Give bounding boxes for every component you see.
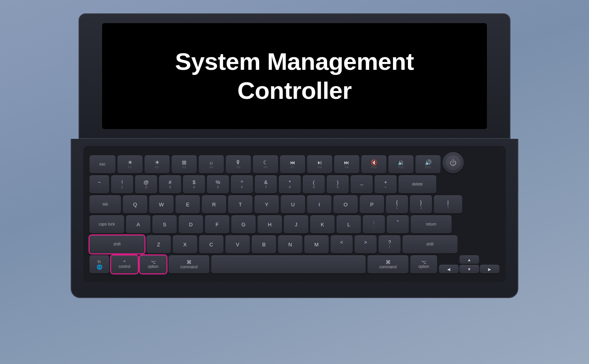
f-key[interactable]: F [205,215,229,233]
0-key[interactable]: ) 0 [327,175,349,193]
left-shift-key[interactable]: shift [90,235,145,253]
arrow-key-group: ▲ ◀ ▼ ▶ [439,255,499,273]
8-key[interactable]: * 8 [279,175,301,193]
f6-key[interactable]: ☾ F6 [253,155,278,173]
f2-key[interactable]: ☀ F2 [145,155,170,173]
laptop-body: esc ☀ F1 ☀ F2 ⊞ F3 ⌕ F4 [71,139,518,298]
1-key[interactable]: ! 1 [111,175,133,193]
period-key[interactable]: > . [355,235,377,253]
trackpad-area [83,282,506,286]
k-key[interactable]: K [310,215,335,233]
quote-key[interactable]: " ' [387,215,409,233]
scene: System Management Controller esc ☀ F1 ☀ … [59,13,530,351]
w-key[interactable]: W [149,195,174,213]
5-key[interactable]: % 5 [207,175,229,193]
6-key[interactable]: ^ 6 [231,175,253,193]
l-key[interactable]: L [337,215,361,233]
f9-key[interactable]: ⏭ F9 [334,155,359,173]
screen-title: System Management Controller [175,47,414,106]
right-shift-key[interactable]: shift [402,235,457,253]
esc-key[interactable]: esc [90,155,115,173]
4-key[interactable]: $ 4 [183,175,205,193]
delete-key[interactable]: delete [399,175,436,193]
y-key[interactable]: Y [254,195,279,213]
9-key[interactable]: ( 9 [303,175,325,193]
right-command-key[interactable]: ⌘ command [368,255,408,273]
backtick-key[interactable]: ~ ` [90,175,109,193]
r-key[interactable]: R [202,195,226,213]
f11-key[interactable]: 🔉 F11 [388,155,413,173]
title-line2: Controller [237,77,351,104]
b-key[interactable]: B [252,235,276,253]
shift-key-row: shift Z X C V B N M < , > . ? [90,235,499,253]
arrow-left-key[interactable]: ◀ [439,265,459,273]
s-key[interactable]: S [152,215,177,233]
left-command-key[interactable]: ⌘ command [168,255,209,273]
p-key[interactable]: P [360,195,384,213]
i-key[interactable]: I [307,195,331,213]
fn-modifier-key[interactable]: fn 🌐 [90,255,109,273]
laptop-lid: System Management Controller [79,13,510,139]
f3-key[interactable]: ⊞ F3 [172,155,197,173]
f1-key[interactable]: ☀ F1 [117,155,143,173]
semicolon-key[interactable]: : ; [363,215,385,233]
v-key[interactable]: V [225,235,250,253]
g-key[interactable]: G [231,215,256,233]
laptop-screen: System Management Controller [102,23,487,129]
fn-key-row: esc ☀ F1 ☀ F2 ⊞ F3 ⌕ F4 [90,152,499,173]
7-key[interactable]: & 7 [255,175,277,193]
d-key[interactable]: D [179,215,203,233]
arrow-down-key[interactable]: ▼ [459,265,479,273]
caps-key-row: caps lock A S D F G H J K L : ; " ' [90,215,499,233]
n-key[interactable]: N [278,235,302,253]
m-key[interactable]: M [304,235,329,253]
q-key[interactable]: Q [123,195,147,213]
2-key[interactable]: @ 2 [135,175,157,193]
f10-key[interactable]: 🔇 F10 [361,155,386,173]
bottom-key-row: fn 🌐 ^ control ⌥ option ⌘ command ⌘ [90,255,499,273]
c-key[interactable]: C [199,235,223,253]
3-key[interactable]: # 3 [159,175,181,193]
e-key[interactable]: E [176,195,200,213]
f12-key[interactable]: 🔊 F12 [415,155,441,173]
control-key[interactable]: ^ control [111,255,138,273]
h-key[interactable]: H [258,215,282,233]
power-button[interactable]: ⏻ [443,152,464,173]
left-option-key[interactable]: ⌥ option [140,255,166,273]
minus-key[interactable]: _ - [351,175,373,193]
bracket-open-key[interactable]: { [ [386,195,408,213]
f5-key[interactable]: 🎙 F5 [226,155,251,173]
u-key[interactable]: U [281,195,305,213]
number-key-row: ~ ` ! 1 @ 2 # 3 $ 4 [90,175,499,193]
space-key[interactable] [211,255,366,273]
equals-key[interactable]: + = [375,175,397,193]
j-key[interactable]: J [284,215,308,233]
a-key[interactable]: A [126,215,150,233]
keyboard: esc ☀ F1 ☀ F2 ⊞ F3 ⌕ F4 [83,146,506,282]
x-key[interactable]: X [173,235,197,253]
f7-key[interactable]: ⏮ F7 [280,155,305,173]
arrow-right-key[interactable]: ▶ [480,265,499,273]
f8-key[interactable]: ⏯ F8 [307,155,332,173]
backslash-key[interactable]: | \ [434,195,462,213]
o-key[interactable]: O [333,195,358,213]
tab-key[interactable]: tab [90,195,121,213]
right-option-key[interactable]: ⌥ option [410,255,437,273]
bracket-close-key[interactable]: } ] [410,195,432,213]
t-key[interactable]: T [228,195,252,213]
f4-key[interactable]: ⌕ F4 [199,155,224,173]
capslock-key[interactable]: caps lock [90,215,124,233]
arrow-up-key[interactable]: ▲ [459,255,479,264]
z-key[interactable]: Z [146,235,171,253]
comma-key[interactable]: < , [331,235,353,253]
tab-key-row: tab Q W E R T Y U I O P { [ } ] [90,195,499,213]
return-key[interactable]: return [411,215,452,233]
title-line1: System Management [175,48,414,75]
slash-key[interactable]: ? / [379,235,401,253]
